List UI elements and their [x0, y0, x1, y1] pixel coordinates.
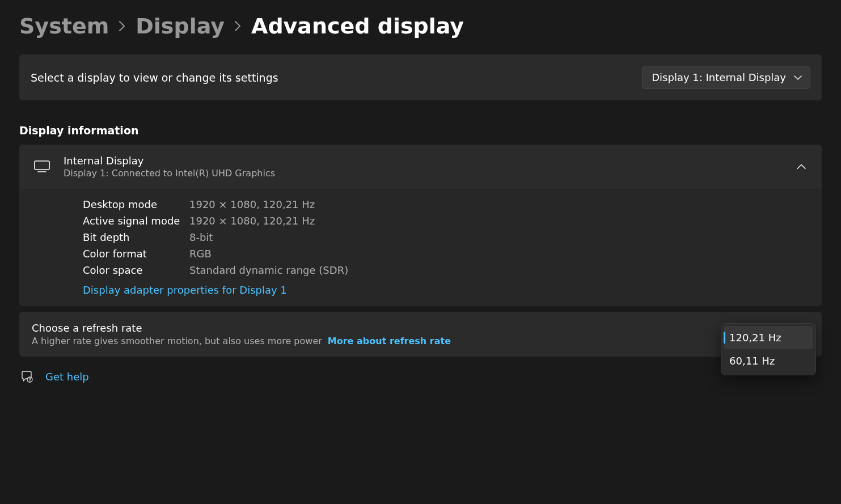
- display-info-header[interactable]: Internal Display Display 1: Connected to…: [19, 145, 822, 189]
- breadcrumb: System Display Advanced display: [19, 14, 822, 39]
- info-row-desktop-mode: Desktop mode 1920 × 1080, 120,21 Hz: [83, 198, 807, 210]
- chevron-down-icon: [794, 75, 802, 81]
- breadcrumb-display[interactable]: Display: [136, 14, 225, 39]
- breadcrumb-system[interactable]: System: [19, 14, 109, 39]
- info-label: Active signal mode: [83, 215, 189, 227]
- info-value: RGB: [189, 248, 212, 260]
- info-label: Color format: [83, 248, 189, 260]
- info-value: 1920 × 1080, 120,21 Hz: [189, 215, 315, 227]
- info-value: Standard dynamic range (SDR): [189, 264, 348, 276]
- help-icon: [20, 370, 33, 383]
- info-label: Bit depth: [83, 231, 189, 243]
- help-row: Get help: [19, 370, 822, 383]
- info-value: 1920 × 1080, 120,21 Hz: [189, 198, 315, 210]
- display-info-card: Internal Display Display 1: Connected to…: [19, 145, 822, 306]
- refresh-option-120[interactable]: 120,21 Hz: [724, 326, 813, 349]
- display-adapter-properties-link[interactable]: Display adapter properties for Display 1: [83, 284, 287, 296]
- get-help-link[interactable]: Get help: [45, 371, 89, 383]
- chevron-right-icon: [119, 19, 125, 33]
- section-heading-display-info: Display information: [19, 124, 822, 137]
- flyout-item-label: 60,11 Hz: [729, 355, 775, 367]
- flyout-item-label: 120,21 Hz: [729, 332, 781, 344]
- info-value: 8-bit: [189, 231, 213, 243]
- monitor-icon: [34, 159, 50, 175]
- info-row-bit-depth: Bit depth 8-bit: [83, 231, 807, 243]
- refresh-title: Choose a refresh rate: [32, 322, 451, 334]
- display-select-dropdown[interactable]: Display 1: Internal Display: [642, 66, 810, 89]
- info-label: Color space: [83, 264, 189, 276]
- info-row-active-signal: Active signal mode 1920 × 1080, 120,21 H…: [83, 215, 807, 227]
- select-display-label: Select a display to view or change its s…: [31, 71, 278, 84]
- info-row-color-format: Color format RGB: [83, 248, 807, 260]
- refresh-option-60[interactable]: 60,11 Hz: [724, 349, 813, 372]
- refresh-rate-card: Choose a refresh rate A higher rate give…: [19, 312, 822, 357]
- more-about-refresh-link[interactable]: More about refresh rate: [328, 336, 451, 346]
- display-info-body: Desktop mode 1920 × 1080, 120,21 Hz Acti…: [19, 189, 822, 306]
- chevron-up-icon[interactable]: [797, 162, 806, 172]
- svg-point-3: [29, 380, 30, 381]
- breadcrumb-current: Advanced display: [251, 14, 464, 39]
- select-display-card: Select a display to view or change its s…: [19, 54, 822, 100]
- refresh-desc: A higher rate gives smoother motion, but…: [32, 336, 322, 346]
- chevron-right-icon: [235, 19, 241, 33]
- info-row-color-space: Color space Standard dynamic range (SDR): [83, 264, 807, 276]
- svg-rect-0: [35, 161, 49, 170]
- info-label: Desktop mode: [83, 198, 189, 210]
- refresh-rate-flyout[interactable]: 120,21 Hz 60,11 Hz: [721, 323, 816, 375]
- display-select-value: Display 1: Internal Display: [652, 71, 786, 83]
- display-info-title: Internal Display: [64, 155, 275, 167]
- display-info-subtitle: Display 1: Connected to Intel(R) UHD Gra…: [64, 168, 275, 179]
